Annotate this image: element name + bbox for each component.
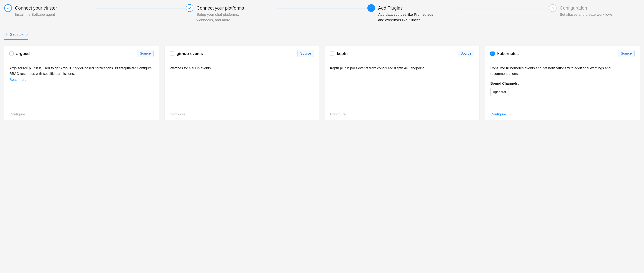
svg-rect-0 bbox=[6, 34, 6, 35]
plugin-cards: argocd Source Argo source plugin is used… bbox=[4, 46, 640, 120]
plugin-card-kubernetes: kubernetes Source Consume Kubernetes eve… bbox=[485, 46, 640, 120]
check-circle-icon bbox=[186, 4, 194, 12]
plugin-description: Argo source plugin is used to get ArgoCD… bbox=[4, 61, 158, 108]
plugin-name: github-events bbox=[176, 51, 203, 56]
plugin-description: Watches for GitHub events. bbox=[165, 61, 319, 108]
tab-label: Szostok.io bbox=[10, 32, 28, 37]
step-title: Add Plugins bbox=[378, 5, 436, 11]
plugin-checkbox[interactable] bbox=[330, 52, 334, 56]
plugin-card-argocd: argocd Source Argo source plugin is used… bbox=[4, 46, 159, 120]
step-configuration[interactable]: 4 Configuration Set aliases and create w… bbox=[549, 4, 640, 18]
step-desc: Setup your chat platforms, webhooks, and… bbox=[196, 12, 254, 23]
svg-rect-2 bbox=[7, 35, 8, 35]
configure-button: Configure bbox=[9, 112, 25, 116]
step-desc: Set aliases and create workflows bbox=[560, 12, 612, 18]
bound-channels-label: Bound Channels: bbox=[490, 81, 635, 86]
read-more-link[interactable]: Read more bbox=[9, 77, 26, 83]
configure-button: Configure bbox=[330, 112, 346, 116]
step-connect-cluster[interactable]: Connect your cluster Install the Botkube… bbox=[4, 4, 95, 18]
plugin-checkbox[interactable] bbox=[490, 52, 494, 56]
source-badge: Source bbox=[137, 50, 154, 57]
check-circle-icon bbox=[4, 4, 12, 12]
step-title: Connect your cluster bbox=[15, 5, 57, 11]
source-badge: Source bbox=[618, 50, 635, 57]
step-connector bbox=[277, 8, 368, 9]
step-title: Connect your platforms bbox=[196, 5, 254, 11]
plugin-card-github-events: github-events Source Watches for GitHub … bbox=[164, 46, 319, 120]
plugin-description: Keptn plugin polls events from configure… bbox=[325, 61, 479, 108]
stepper: Connect your cluster Install the Botkube… bbox=[4, 4, 640, 23]
svg-rect-1 bbox=[6, 34, 7, 35]
platform-tabs: Szostok.io bbox=[4, 32, 640, 40]
step-number-icon: 4 bbox=[549, 4, 556, 12]
plugin-name: keptn bbox=[337, 51, 348, 56]
svg-rect-3 bbox=[7, 35, 7, 36]
bound-channel-chip: #general bbox=[490, 88, 509, 96]
plugin-name: argocd bbox=[16, 51, 30, 56]
tab-szostok[interactable]: Szostok.io bbox=[4, 32, 28, 40]
step-desc: Add data sources like Prometheus and exe… bbox=[378, 12, 436, 23]
source-badge: Source bbox=[297, 50, 314, 57]
step-connect-platforms[interactable]: Connect your platforms Setup your chat p… bbox=[186, 4, 277, 23]
step-title: Configuration bbox=[560, 5, 612, 11]
step-desc: Install the Botkube agent bbox=[15, 12, 57, 18]
step-add-plugins[interactable]: 3 Add Plugins Add data sources like Prom… bbox=[367, 4, 458, 23]
slack-icon bbox=[5, 33, 8, 36]
plugin-checkbox[interactable] bbox=[170, 52, 174, 56]
step-connector bbox=[458, 8, 549, 9]
plugin-checkbox[interactable] bbox=[9, 52, 14, 56]
plugin-description: Consume Kubernetes events and get notifi… bbox=[486, 61, 640, 108]
source-badge: Source bbox=[458, 50, 474, 57]
step-connector bbox=[95, 8, 186, 9]
configure-button[interactable]: Configure bbox=[490, 112, 506, 116]
configure-button: Configure bbox=[170, 112, 186, 116]
plugin-name: kubernetes bbox=[497, 51, 519, 56]
plugin-card-keptn: keptn Source Keptn plugin polls events f… bbox=[325, 46, 480, 120]
step-number-icon: 3 bbox=[367, 4, 375, 12]
